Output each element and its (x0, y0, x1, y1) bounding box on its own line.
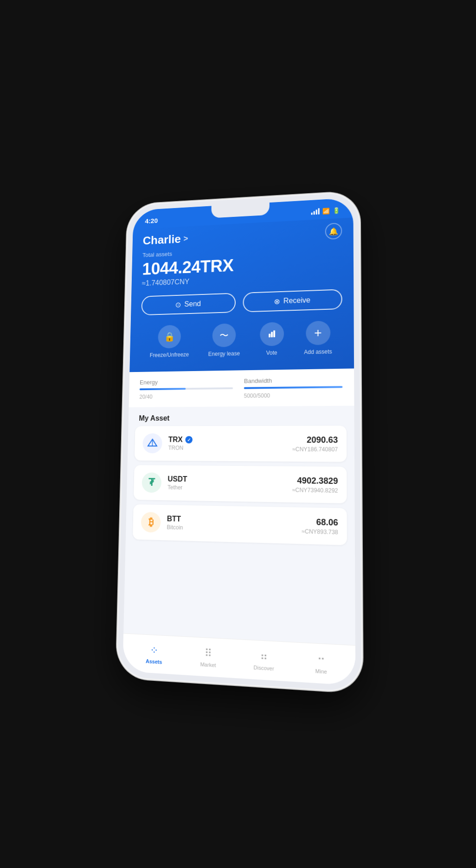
signal-icon (311, 208, 320, 215)
mine-nav-icon: ⠒ (317, 653, 325, 666)
freeze-icon: 🔒 (158, 325, 181, 348)
bandwidth-resource: Bandwidth 5000/5000 (244, 376, 343, 398)
phone-shell: 4:20 📶 🔋 (116, 191, 362, 693)
wifi-icon: 📶 (322, 207, 330, 214)
usdt-amounts: 4902.3829 ≈CNY73940.8292 (292, 475, 338, 493)
asset-item-btt[interactable]: ₿ BTT Bitcoin (133, 504, 347, 545)
status-time: 4:20 (145, 216, 158, 224)
trx-cny: ≈CNY186.740807 (292, 445, 338, 452)
discover-nav-icon: ⠶ (260, 650, 268, 663)
market-nav-icon: ⠿ (205, 646, 212, 659)
energy-bar-fill (140, 388, 186, 390)
support-button[interactable]: 🔔 (325, 222, 342, 240)
header: Charlie > 🔔 Total assets 1044.24TRX ≈1.7… (129, 217, 354, 372)
add-icon: + (306, 320, 330, 345)
send-icon: ⊙ (175, 300, 181, 308)
energy-resource-label: Energy (140, 378, 233, 385)
assets-nav-icon: ⁘ (150, 644, 158, 657)
trx-sub: TRON (168, 444, 193, 451)
add-label: Add assets (304, 348, 332, 355)
market-nav-label: Market (200, 661, 216, 668)
send-label: Send (184, 300, 201, 308)
usdt-sub: Tether (167, 484, 187, 491)
phone-wrapper: 4:20 📶 🔋 (116, 191, 362, 693)
trx-name: TRX ✓ (168, 435, 193, 444)
nav-assets[interactable]: ⁘ Assets (127, 642, 181, 666)
energy-value: 20/40 (139, 392, 233, 400)
energy-action[interactable]: 〜 Energy lease (208, 323, 240, 357)
asset-list: TRX ✓ TRON 2090.63 ≈CNY186.740807 (126, 425, 355, 545)
action-buttons: ⊙ Send ⊗ Receive (141, 289, 342, 315)
bandwidth-max: /5000 (256, 392, 270, 398)
receive-button[interactable]: ⊗ Receive (243, 289, 342, 312)
asset-left-btt: ₿ BTT Bitcoin (141, 512, 183, 533)
trx-info: TRX ✓ TRON (168, 435, 193, 451)
energy-resource: Energy 20/40 (139, 378, 233, 400)
usdt-name: USDT (167, 475, 187, 483)
usdt-logo: ₮ (142, 472, 161, 493)
vote-action[interactable]: Vote (260, 322, 284, 356)
svg-rect-2 (273, 330, 275, 337)
mine-nav-label: Mine (315, 667, 327, 674)
freeze-action[interactable]: 🔒 Freeze/Unfreeze (150, 324, 190, 358)
nav-market[interactable]: ⠿ Market (181, 645, 236, 669)
bandwidth-value: 5000/5000 (244, 391, 343, 399)
my-asset-label: My Asset (129, 405, 354, 426)
battery-icon: 🔋 (333, 207, 340, 214)
bandwidth-resource-label: Bandwidth (244, 376, 342, 384)
assets-nav-label: Assets (146, 658, 162, 664)
support-icon-glyph: 🔔 (329, 227, 338, 235)
phone-screen: 4:20 📶 🔋 (122, 197, 355, 685)
vote-label: Vote (266, 349, 277, 356)
trx-amount: 2090.63 (292, 435, 338, 445)
discover-nav-label: Discover (254, 664, 274, 671)
resource-section: Energy 20/40 Bandwidth (129, 368, 354, 407)
svg-rect-1 (271, 332, 273, 337)
nav-mine[interactable]: ⠒ Mine (292, 651, 350, 675)
notch (211, 202, 269, 218)
asset-left-usdt: ₮ USDT Tether (142, 472, 187, 493)
bottom-nav: ⁘ Assets ⠿ Market ⠶ Discover ⠒ (122, 633, 355, 685)
usdt-cny: ≈CNY73940.8292 (292, 486, 338, 494)
vote-icon (260, 322, 284, 346)
btt-logo: ₿ (141, 512, 161, 533)
freeze-label: Freeze/Unfreeze (150, 351, 189, 358)
energy-bar-track (140, 387, 233, 390)
quick-actions: 🔒 Freeze/Unfreeze 〜 Energy lease (140, 320, 342, 358)
add-assets-action[interactable]: + Add assets (304, 320, 332, 355)
energy-icon: 〜 (212, 323, 236, 347)
receive-label: Receive (283, 296, 310, 305)
btt-name: BTT (167, 515, 183, 523)
status-icons: 📶 🔋 (311, 207, 340, 215)
trx-logo (142, 433, 162, 453)
user-name-text: Charlie (143, 232, 181, 247)
usdt-amount: 4902.3829 (292, 475, 338, 486)
content-area: Energy 20/40 Bandwidth (122, 368, 355, 685)
btt-sub: Bitcoin (167, 524, 183, 531)
svg-rect-0 (269, 333, 270, 337)
usdt-info: USDT Tether (167, 475, 187, 490)
asset-item-usdt[interactable]: ₮ USDT Tether (134, 465, 347, 503)
bandwidth-bar-fill (244, 386, 343, 389)
trx-amounts: 2090.63 ≈CNY186.740807 (292, 435, 338, 452)
energy-label: Energy lease (208, 350, 240, 357)
receive-icon: ⊗ (274, 297, 280, 306)
asset-item-trx[interactable]: TRX ✓ TRON 2090.63 ≈CNY186.740807 (135, 425, 347, 462)
btt-amount: 68.06 (302, 516, 338, 528)
trx-verified: ✓ (185, 436, 193, 443)
asset-left-trx: TRX ✓ TRON (142, 433, 193, 453)
user-name-row[interactable]: Charlie > (143, 231, 188, 247)
chevron-right-icon: > (183, 234, 188, 243)
btt-amounts: 68.06 ≈CNY893.738 (302, 516, 338, 535)
btt-cny: ≈CNY893.738 (302, 528, 338, 535)
nav-discover[interactable]: ⠶ Discover (236, 648, 292, 672)
energy-max: /40 (145, 393, 153, 400)
bandwidth-bar-track (244, 386, 343, 389)
btt-info: BTT Bitcoin (167, 515, 183, 531)
send-button[interactable]: ⊙ Send (141, 293, 236, 315)
